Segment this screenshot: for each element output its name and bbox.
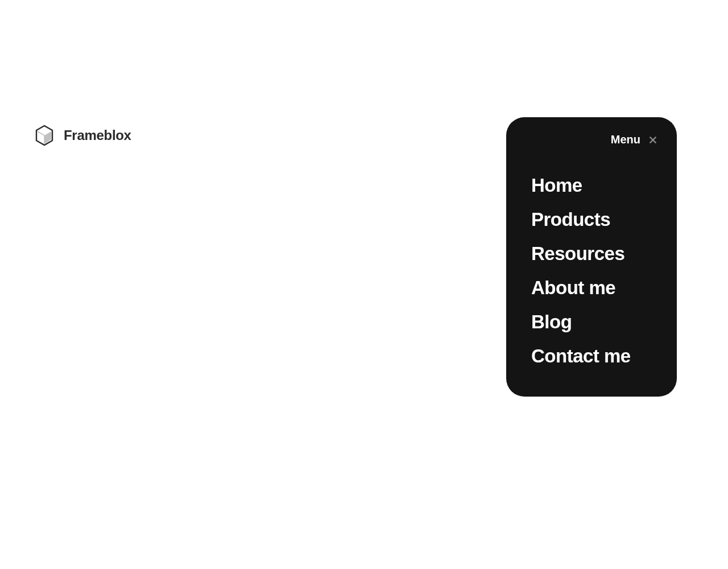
menu-item-resources[interactable]: Resources xyxy=(531,243,661,265)
menu-header: Menu xyxy=(522,129,661,151)
hexagon-cube-logo-icon xyxy=(33,124,56,147)
close-icon[interactable] xyxy=(647,134,659,146)
menu-item-about-me[interactable]: About me xyxy=(531,277,661,299)
menu-panel: Menu Home Products Resources About me Bl… xyxy=(506,117,677,397)
menu-item-blog[interactable]: Blog xyxy=(531,311,661,333)
menu-label[interactable]: Menu xyxy=(611,133,640,146)
menu-items: Home Products Resources About me Blog Co… xyxy=(522,175,661,374)
menu-item-products[interactable]: Products xyxy=(531,209,661,230)
brand-name[interactable]: Frameblox xyxy=(64,127,131,143)
menu-item-contact-me[interactable]: Contact me xyxy=(531,345,661,367)
header: Frameblox xyxy=(33,124,131,147)
menu-item-home[interactable]: Home xyxy=(531,175,661,196)
